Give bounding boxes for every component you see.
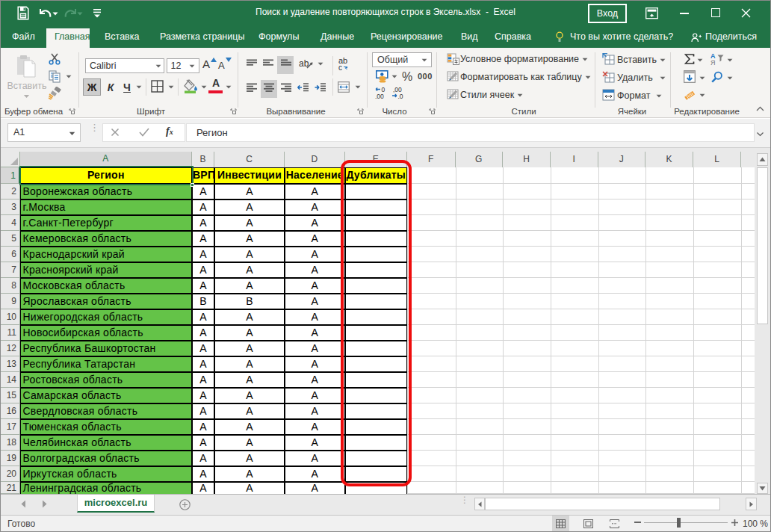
svg-text:c: c — [338, 64, 342, 71]
svg-text:,00: ,00 — [375, 93, 384, 99]
svg-text:,0: ,0 — [398, 93, 403, 99]
svg-text:Я: Я — [710, 59, 716, 66]
